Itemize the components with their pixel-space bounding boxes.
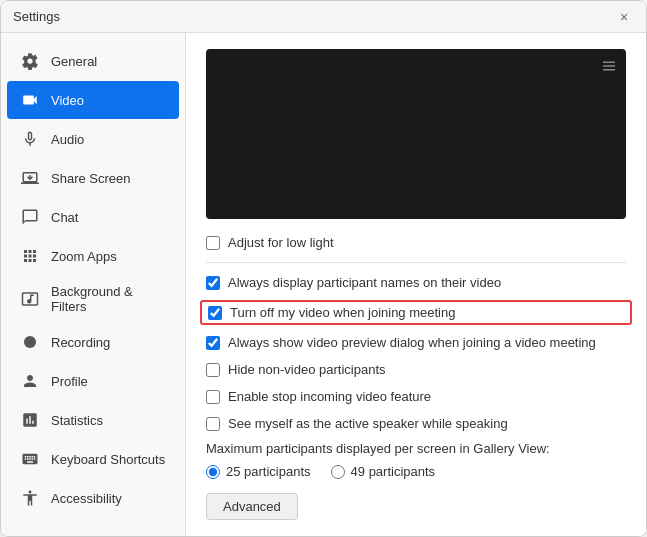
option-hide-non-video: Hide non-video participants xyxy=(206,360,626,379)
sidebar-item-share-screen[interactable]: Share Screen xyxy=(7,159,179,197)
chat-icon xyxy=(19,206,41,228)
sidebar-item-video-label: Video xyxy=(51,93,84,108)
option-adjust-low-light: Adjust for low light xyxy=(206,233,626,252)
video-preview-icon xyxy=(600,57,618,79)
zoom-apps-icon xyxy=(19,245,41,267)
sidebar-item-chat[interactable]: Chat xyxy=(7,198,179,236)
see-myself-active-label[interactable]: See myself as the active speaker while s… xyxy=(228,416,508,431)
adjust-low-light-checkbox[interactable] xyxy=(206,236,220,250)
sidebar-item-audio[interactable]: Audio xyxy=(7,120,179,158)
titlebar: Settings × xyxy=(1,1,646,33)
sidebar-item-background-filters-label: Background & Filters xyxy=(51,284,167,314)
sidebar-item-zoom-apps-label: Zoom Apps xyxy=(51,249,117,264)
main-content: Adjust for low light Always display part… xyxy=(186,33,646,536)
statistics-icon xyxy=(19,409,41,431)
see-myself-active-checkbox[interactable] xyxy=(206,417,220,431)
sidebar-item-accessibility[interactable]: Accessibility xyxy=(7,479,179,517)
radio-49-input[interactable] xyxy=(331,465,345,479)
sidebar-item-background-filters[interactable]: Background & Filters xyxy=(7,276,179,322)
turn-off-video-checkbox[interactable] xyxy=(208,306,222,320)
advanced-button[interactable]: Advanced xyxy=(206,493,298,520)
sidebar-item-statistics[interactable]: Statistics xyxy=(7,401,179,439)
recording-icon xyxy=(19,331,41,353)
sidebar-item-general[interactable]: General xyxy=(7,42,179,80)
option-always-show-preview: Always show video preview dialog when jo… xyxy=(206,333,626,352)
option-always-display-names: Always display participant names on thei… xyxy=(206,273,626,292)
sidebar-item-statistics-label: Statistics xyxy=(51,413,103,428)
sidebar-item-zoom-apps[interactable]: Zoom Apps xyxy=(7,237,179,275)
turn-off-video-label[interactable]: Turn off my video when joining meeting xyxy=(230,305,455,320)
sidebar: General Video Audio Sha xyxy=(1,33,186,536)
sidebar-item-recording-label: Recording xyxy=(51,335,110,350)
enable-stop-incoming-checkbox[interactable] xyxy=(206,390,220,404)
always-show-preview-checkbox[interactable] xyxy=(206,336,220,350)
always-show-preview-label[interactable]: Always show video preview dialog when jo… xyxy=(228,335,596,350)
option-see-myself-active: See myself as the active speaker while s… xyxy=(206,414,626,433)
sidebar-item-video[interactable]: Video xyxy=(7,81,179,119)
background-icon xyxy=(19,288,41,310)
sidebar-item-accessibility-label: Accessibility xyxy=(51,491,122,506)
accessibility-icon xyxy=(19,487,41,509)
profile-icon xyxy=(19,370,41,392)
svg-point-0 xyxy=(24,336,36,348)
adjust-low-light-label[interactable]: Adjust for low light xyxy=(228,235,334,250)
audio-icon xyxy=(19,128,41,150)
sidebar-item-profile[interactable]: Profile xyxy=(7,362,179,400)
video-icon xyxy=(19,89,41,111)
keyboard-icon xyxy=(19,448,41,470)
always-display-names-checkbox[interactable] xyxy=(206,276,220,290)
radio-49-label: 49 participants xyxy=(351,464,436,479)
gallery-label: Maximum participants displayed per scree… xyxy=(206,441,626,456)
sidebar-item-general-label: General xyxy=(51,54,97,69)
sidebar-item-profile-label: Profile xyxy=(51,374,88,389)
sidebar-item-audio-label: Audio xyxy=(51,132,84,147)
radio-25-label: 25 participants xyxy=(226,464,311,479)
radio-49-participants[interactable]: 49 participants xyxy=(331,464,436,479)
sidebar-item-chat-label: Chat xyxy=(51,210,78,225)
video-preview xyxy=(206,49,626,219)
option-turn-off-video: Turn off my video when joining meeting xyxy=(200,300,632,325)
sidebar-item-recording[interactable]: Recording xyxy=(7,323,179,361)
sidebar-item-share-screen-label: Share Screen xyxy=(51,171,131,186)
radio-25-participants[interactable]: 25 participants xyxy=(206,464,311,479)
always-display-names-label[interactable]: Always display participant names on thei… xyxy=(228,275,501,290)
radio-25-input[interactable] xyxy=(206,465,220,479)
hide-non-video-label[interactable]: Hide non-video participants xyxy=(228,362,386,377)
window-title: Settings xyxy=(13,9,60,24)
close-button[interactable]: × xyxy=(614,7,634,27)
option-enable-stop-incoming: Enable stop incoming video feature xyxy=(206,387,626,406)
hide-non-video-checkbox[interactable] xyxy=(206,363,220,377)
sidebar-item-keyboard-shortcuts[interactable]: Keyboard Shortcuts xyxy=(7,440,179,478)
share-screen-icon xyxy=(19,167,41,189)
divider-1 xyxy=(206,262,626,263)
radio-row: 25 participants 49 participants xyxy=(206,464,626,479)
general-icon xyxy=(19,50,41,72)
sidebar-item-keyboard-shortcuts-label: Keyboard Shortcuts xyxy=(51,452,165,467)
enable-stop-incoming-label[interactable]: Enable stop incoming video feature xyxy=(228,389,431,404)
